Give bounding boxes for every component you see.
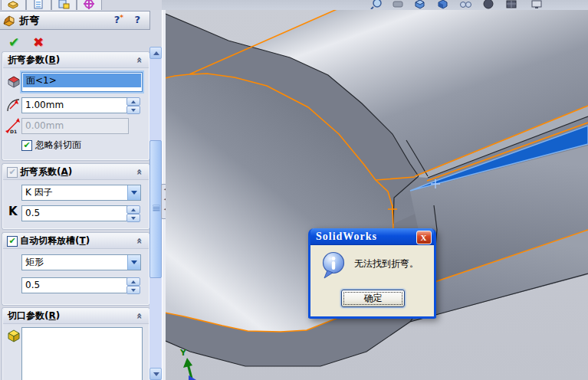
auto-relief-checkbox[interactable]: ✔ [7, 236, 18, 247]
quick-tips-icon[interactable]: ?* [114, 14, 123, 25]
scene-icon[interactable] [505, 0, 517, 9]
propertymanager-icon [32, 0, 44, 9]
dialog-title-bar[interactable]: SolidWorks X [310, 228, 434, 245]
group-rip-parameters: 切口参数(R) « [2, 308, 149, 380]
selected-face-item[interactable]: 面<1> [23, 74, 141, 87]
bend-feature-icon [2, 14, 16, 28]
spinner-down-icon[interactable] [126, 286, 140, 294]
scrollbar-down-icon[interactable] [149, 368, 162, 380]
view-settings-icon[interactable] [531, 0, 543, 9]
offset-distance-input: 0.00mm [21, 118, 129, 134]
group-bend-parameters-header[interactable]: 折弯参数(B) « [3, 53, 149, 68]
k-factor-input[interactable]: 0.5 [21, 205, 129, 221]
svg-text:D1: D1 [10, 129, 17, 134]
bend-radius-icon [5, 97, 21, 113]
previous-view-icon[interactable] [392, 0, 404, 9]
combo-dropdown-icon[interactable] [127, 185, 140, 200]
group-bend-allowance-header[interactable]: ✔ 折弯系数(A) « [3, 165, 149, 180]
triad-y-label: Y [179, 348, 187, 358]
relief-type-combobox[interactable]: 矩形 [21, 254, 141, 270]
dimxpert-icon [83, 0, 95, 9]
group-auto-relief: ✔ 自动切释放槽(T) « 矩形 0.5 [2, 233, 149, 305]
featuremanager-icon [7, 0, 19, 9]
spinner-up-icon[interactable] [126, 205, 140, 214]
featuremanager-tab[interactable] [1, 0, 26, 11]
bend-radius-spinner[interactable] [126, 97, 140, 113]
graphics-viewport[interactable]: Y [166, 10, 588, 380]
relief-ratio-spinner[interactable] [126, 277, 140, 293]
propertymanager-title-bar: 折弯 ?* ? [0, 11, 150, 30]
scrollbar-up-icon[interactable] [149, 47, 162, 59]
solidworks-window: 折弯 ?* ? ✔ ✖ 折弯参数(B) « 面<1> [0, 0, 588, 380]
face-select-icon [6, 73, 21, 88]
k-factor-label: K [8, 205, 18, 218]
combo-dropdown-icon[interactable] [127, 255, 140, 270]
message-dialog: SolidWorks X 无法找到折弯。 确定 [308, 228, 436, 319]
configurationmanager-tab[interactable] [51, 0, 77, 11]
group-bend-allowance: ✔ 折弯系数(A) « K 因子 K 0.5 [2, 164, 149, 229]
spinner-up-icon[interactable] [126, 277, 140, 286]
model-view[interactable]: Y [166, 10, 588, 380]
spinner-down-icon[interactable] [126, 214, 140, 222]
propertymanager-tabs-strip [0, 0, 162, 10]
group-rip-parameters-header[interactable]: 切口参数(R) « [3, 309, 149, 324]
cancel-button[interactable]: ✖ [29, 33, 48, 51]
k-factor-spinner[interactable] [126, 205, 140, 221]
ok-button[interactable]: ✔ [5, 33, 23, 51]
help-icon[interactable]: ? [134, 14, 140, 25]
panel-title: 折弯 [19, 14, 39, 28]
view-toolbar-strip [162, 0, 588, 11]
ignore-bevel-checkbox[interactable]: ✔ [21, 140, 32, 151]
spinner-up-icon[interactable] [126, 97, 140, 106]
zoom-icon[interactable] [370, 0, 383, 9]
info-icon [320, 251, 347, 280]
face-selection-listbox[interactable]: 面<1> [21, 72, 143, 92]
propertymanager-panel: 折弯 ?* ? ✔ ✖ 折弯参数(B) « 面<1> [0, 10, 162, 380]
propertymanager-tab[interactable] [26, 0, 51, 11]
allowance-type-combobox[interactable]: K 因子 [21, 185, 141, 201]
collapse-chevron-icon[interactable]: « [132, 238, 146, 244]
bend-allowance-checkbox[interactable]: ✔ [7, 167, 18, 178]
dialog-ok-button[interactable]: 确定 [341, 290, 405, 307]
spinner-down-icon[interactable] [126, 106, 140, 114]
dialog-message: 无法找到折弯。 [354, 257, 419, 270]
collapse-chevron-icon[interactable]: « [132, 169, 146, 175]
bend-radius-input[interactable]: 1.00mm [21, 97, 129, 113]
group-auto-relief-header[interactable]: ✔ 自动切释放槽(T) « [3, 234, 149, 249]
standard-views-icon[interactable] [436, 0, 448, 9]
ignore-bevel-label: 忽略斜切面 [35, 139, 81, 152]
display-style-icon[interactable] [459, 0, 471, 9]
view-orientation-icon[interactable] [413, 0, 425, 9]
collapse-chevron-icon[interactable]: « [132, 57, 146, 63]
panel-scrollbar[interactable] [149, 47, 162, 380]
dialog-close-icon[interactable]: X [416, 231, 432, 244]
rip-edge-icon [6, 328, 21, 343]
collapse-chevron-icon[interactable]: « [132, 313, 146, 319]
group-bend-parameters: 折弯参数(B) « 面<1> 1.00mm D1 [2, 52, 149, 160]
offset-distance-icon: D1 [5, 117, 21, 134]
dimxpert-tab[interactable] [77, 0, 102, 11]
shadows-icon[interactable] [482, 0, 494, 9]
scrollbar-thumb[interactable] [149, 140, 162, 278]
relief-ratio-input[interactable]: 0.5 [21, 277, 129, 293]
rip-edge-listbox[interactable] [21, 327, 143, 380]
configurationmanager-icon [57, 0, 70, 9]
dialog-title: SolidWorks [316, 231, 377, 242]
